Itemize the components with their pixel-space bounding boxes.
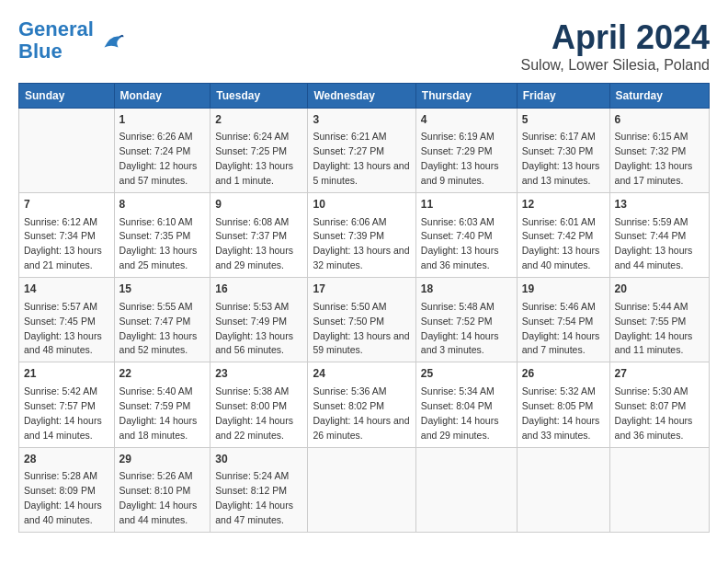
day-number: 16 xyxy=(215,282,302,297)
day-info: Sunrise: 5:44 AMSunset: 7:55 PMDaylight:… xyxy=(615,301,693,356)
day-info: Sunrise: 5:48 AMSunset: 7:52 PMDaylight:… xyxy=(421,301,499,356)
day-info: Sunrise: 6:17 AMSunset: 7:30 PMDaylight:… xyxy=(522,131,600,186)
day-info: Sunrise: 6:03 AMSunset: 7:40 PMDaylight:… xyxy=(421,216,499,271)
day-number: 29 xyxy=(119,452,206,467)
day-number: 27 xyxy=(615,366,704,382)
calendar-cell: 19 Sunrise: 5:46 AMSunset: 7:54 PMDaylig… xyxy=(517,278,609,362)
subtitle: Sulow, Lower Silesia, Poland xyxy=(521,57,710,74)
main-title: April 2024 xyxy=(521,18,710,57)
day-info: Sunrise: 5:28 AMSunset: 8:09 PMDaylight:… xyxy=(24,470,102,525)
calendar-cell: 21 Sunrise: 5:42 AMSunset: 7:57 PMDaylig… xyxy=(19,362,115,447)
day-info: Sunrise: 6:19 AMSunset: 7:29 PMDaylight:… xyxy=(421,131,499,186)
calendar-cell: 20 Sunrise: 5:44 AMSunset: 7:55 PMDaylig… xyxy=(609,278,709,362)
day-info: Sunrise: 5:32 AMSunset: 8:05 PMDaylight:… xyxy=(522,385,600,441)
calendar-week-2: 7 Sunrise: 6:12 AMSunset: 7:34 PMDayligh… xyxy=(19,193,710,278)
calendar-cell xyxy=(415,447,517,532)
calendar-cell xyxy=(609,447,709,532)
day-number: 19 xyxy=(522,282,605,297)
header-thursday: Thursday xyxy=(415,84,517,109)
day-number: 14 xyxy=(24,282,109,297)
day-info: Sunrise: 5:46 AMSunset: 7:54 PMDaylight:… xyxy=(522,301,600,356)
calendar-cell: 17 Sunrise: 5:50 AMSunset: 7:50 PMDaylig… xyxy=(308,278,415,362)
title-block: April 2024 Sulow, Lower Silesia, Poland xyxy=(521,18,710,74)
header-monday: Monday xyxy=(114,84,210,109)
day-info: Sunrise: 5:59 AMSunset: 7:44 PMDaylight:… xyxy=(615,216,693,271)
day-number: 12 xyxy=(522,197,605,213)
day-info: Sunrise: 6:08 AMSunset: 7:37 PMDaylight:… xyxy=(215,216,293,271)
logo: GeneralBlue xyxy=(18,18,125,63)
day-number: 7 xyxy=(24,197,109,213)
calendar-cell: 26 Sunrise: 5:32 AMSunset: 8:05 PMDaylig… xyxy=(517,362,609,447)
day-number: 3 xyxy=(313,112,410,128)
day-info: Sunrise: 5:24 AMSunset: 8:12 PMDaylight:… xyxy=(215,470,293,525)
day-info: Sunrise: 5:36 AMSunset: 8:02 PMDaylight:… xyxy=(313,385,409,441)
day-number: 26 xyxy=(522,366,605,382)
calendar-cell: 13 Sunrise: 5:59 AMSunset: 7:44 PMDaylig… xyxy=(609,193,709,278)
calendar-week-5: 28 Sunrise: 5:28 AMSunset: 8:09 PMDaylig… xyxy=(19,447,710,532)
day-number: 4 xyxy=(421,112,512,128)
day-number: 1 xyxy=(119,112,206,128)
calendar-week-1: 1 Sunrise: 6:26 AMSunset: 7:24 PMDayligh… xyxy=(19,109,710,193)
logo-text: GeneralBlue xyxy=(18,18,94,63)
calendar-cell: 8 Sunrise: 6:10 AMSunset: 7:35 PMDayligh… xyxy=(114,193,210,278)
calendar-cell xyxy=(517,447,609,532)
calendar-week-3: 14 Sunrise: 5:57 AMSunset: 7:45 PMDaylig… xyxy=(19,278,710,362)
day-number: 22 xyxy=(119,366,206,382)
calendar-cell: 22 Sunrise: 5:40 AMSunset: 7:59 PMDaylig… xyxy=(114,362,210,447)
day-number: 20 xyxy=(615,282,704,297)
header-friday: Friday xyxy=(517,84,609,109)
calendar-cell: 15 Sunrise: 5:55 AMSunset: 7:47 PMDaylig… xyxy=(114,278,210,362)
day-number: 6 xyxy=(615,112,704,128)
calendar-cell: 25 Sunrise: 5:34 AMSunset: 8:04 PMDaylig… xyxy=(415,362,517,447)
day-number: 15 xyxy=(119,282,206,297)
day-info: Sunrise: 5:42 AMSunset: 7:57 PMDaylight:… xyxy=(24,385,102,441)
calendar-cell: 7 Sunrise: 6:12 AMSunset: 7:34 PMDayligh… xyxy=(19,193,115,278)
header-sunday: Sunday xyxy=(19,84,115,109)
day-number: 30 xyxy=(215,452,302,467)
calendar-cell: 23 Sunrise: 5:38 AMSunset: 8:00 PMDaylig… xyxy=(210,362,308,447)
day-info: Sunrise: 5:50 AMSunset: 7:50 PMDaylight:… xyxy=(313,301,409,356)
day-number: 18 xyxy=(421,282,512,297)
day-info: Sunrise: 5:57 AMSunset: 7:45 PMDaylight:… xyxy=(24,301,102,356)
calendar-cell: 28 Sunrise: 5:28 AMSunset: 8:09 PMDaylig… xyxy=(19,447,115,532)
day-info: Sunrise: 6:24 AMSunset: 7:25 PMDaylight:… xyxy=(215,131,293,186)
calendar-cell: 6 Sunrise: 6:15 AMSunset: 7:32 PMDayligh… xyxy=(609,109,709,193)
day-info: Sunrise: 5:30 AMSunset: 8:07 PMDaylight:… xyxy=(615,385,693,441)
calendar-cell xyxy=(308,447,415,532)
header-tuesday: Tuesday xyxy=(210,84,308,109)
calendar-cell: 30 Sunrise: 5:24 AMSunset: 8:12 PMDaylig… xyxy=(210,447,308,532)
day-number: 10 xyxy=(313,197,410,213)
calendar-cell: 12 Sunrise: 6:01 AMSunset: 7:42 PMDaylig… xyxy=(517,193,609,278)
day-info: Sunrise: 6:26 AMSunset: 7:24 PMDaylight:… xyxy=(119,131,198,186)
calendar-cell: 1 Sunrise: 6:26 AMSunset: 7:24 PMDayligh… xyxy=(114,109,210,193)
logo-bird-icon xyxy=(97,27,125,54)
day-number: 17 xyxy=(313,282,410,297)
day-number: 5 xyxy=(522,112,605,128)
day-info: Sunrise: 5:38 AMSunset: 8:00 PMDaylight:… xyxy=(215,385,293,441)
day-info: Sunrise: 6:06 AMSunset: 7:39 PMDaylight:… xyxy=(313,216,409,271)
calendar-cell: 29 Sunrise: 5:26 AMSunset: 8:10 PMDaylig… xyxy=(114,447,210,532)
calendar-cell xyxy=(19,109,115,193)
calendar-cell: 27 Sunrise: 5:30 AMSunset: 8:07 PMDaylig… xyxy=(609,362,709,447)
day-info: Sunrise: 5:26 AMSunset: 8:10 PMDaylight:… xyxy=(119,470,198,525)
day-number: 2 xyxy=(215,112,302,128)
calendar-cell: 10 Sunrise: 6:06 AMSunset: 7:39 PMDaylig… xyxy=(308,193,415,278)
header-wednesday: Wednesday xyxy=(308,84,415,109)
calendar-cell: 5 Sunrise: 6:17 AMSunset: 7:30 PMDayligh… xyxy=(517,109,609,193)
day-number: 8 xyxy=(119,197,206,213)
day-info: Sunrise: 6:21 AMSunset: 7:27 PMDaylight:… xyxy=(313,131,409,186)
day-info: Sunrise: 6:12 AMSunset: 7:34 PMDaylight:… xyxy=(24,216,102,271)
day-number: 28 xyxy=(24,452,109,467)
calendar-cell: 3 Sunrise: 6:21 AMSunset: 7:27 PMDayligh… xyxy=(308,109,415,193)
header-saturday: Saturday xyxy=(609,84,709,109)
day-number: 23 xyxy=(215,366,302,382)
day-number: 11 xyxy=(421,197,512,213)
calendar-cell: 11 Sunrise: 6:03 AMSunset: 7:40 PMDaylig… xyxy=(415,193,517,278)
calendar-cell: 4 Sunrise: 6:19 AMSunset: 7:29 PMDayligh… xyxy=(415,109,517,193)
calendar-cell: 18 Sunrise: 5:48 AMSunset: 7:52 PMDaylig… xyxy=(415,278,517,362)
day-number: 21 xyxy=(24,366,109,382)
day-info: Sunrise: 6:01 AMSunset: 7:42 PMDaylight:… xyxy=(522,216,600,271)
calendar-cell: 24 Sunrise: 5:36 AMSunset: 8:02 PMDaylig… xyxy=(308,362,415,447)
day-number: 24 xyxy=(313,366,410,382)
day-info: Sunrise: 6:15 AMSunset: 7:32 PMDaylight:… xyxy=(615,131,693,186)
